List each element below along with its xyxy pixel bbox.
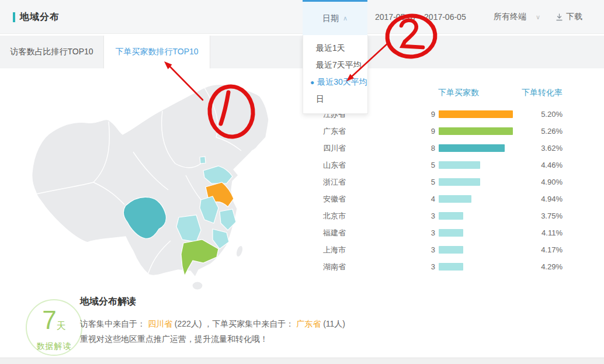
date-dropdown-label: 日期 bbox=[322, 13, 339, 24]
date-option-label: 最近1天 bbox=[310, 43, 345, 54]
date-option-label: 最近7天平均 bbox=[310, 60, 362, 71]
conversion-value: 4.17% bbox=[516, 245, 563, 254]
download-button[interactable]: 下载 bbox=[555, 0, 582, 34]
china-map bbox=[22, 82, 297, 292]
buyers-bar bbox=[439, 161, 480, 169]
conversion-value: 4.11% bbox=[516, 228, 563, 237]
rank-row: 山东省 5 4.46% bbox=[304, 157, 563, 174]
download-icon bbox=[555, 13, 564, 22]
conversion-value: 5.20% bbox=[516, 110, 563, 119]
buyers-bar bbox=[439, 263, 463, 271]
buyers-value: 5 bbox=[346, 161, 435, 169]
column-header-buyers: 下单买家数 bbox=[438, 88, 479, 98]
terminal-filter-dropdown[interactable]: 所有终端 ∨ bbox=[494, 0, 540, 34]
map-hainan bbox=[192, 282, 203, 290]
buyers-bar bbox=[439, 195, 471, 203]
badge-caption: 数据解读 bbox=[27, 341, 81, 352]
tab-order-buyers-top10[interactable]: 下单买家数排行TOP10 bbox=[104, 36, 210, 68]
province-label: 福建省 bbox=[304, 228, 346, 238]
date-option[interactable]: ● 最近1天 bbox=[303, 40, 367, 57]
conversion-value: 5.26% bbox=[516, 127, 563, 136]
rank-row: 安徽省 4 4.94% bbox=[304, 190, 563, 207]
conversion-value: 4.29% bbox=[516, 262, 563, 271]
rank-row: 北京市 3 3.75% bbox=[304, 207, 563, 224]
title-accent-bar bbox=[13, 12, 15, 22]
date-option[interactable]: ● 日 bbox=[303, 91, 367, 108]
terminal-filter-label: 所有终端 bbox=[494, 12, 526, 22]
insight-line-1: 访客集中来自于： 四川省 (222人) ，下单买家集中来自于： 广东省 (11人… bbox=[80, 316, 407, 331]
buyers-bar bbox=[439, 229, 463, 237]
page-title-wrap: 地域分布 bbox=[13, 11, 60, 23]
buyers-value: 8 bbox=[346, 144, 435, 152]
rank-row: 浙江省 5 4.90% bbox=[304, 174, 563, 190]
buyers-bar bbox=[439, 178, 480, 186]
tab-bar: 访客数占比排行TOP10 下单买家数排行TOP10 bbox=[0, 36, 604, 68]
province-label: 四川省 bbox=[304, 143, 346, 154]
map-country-shape bbox=[32, 85, 269, 278]
column-header-conversion: 下单转化率 bbox=[522, 88, 563, 98]
province-label: 北京市 bbox=[304, 211, 346, 221]
chevron-down-icon: ∨ bbox=[536, 13, 540, 21]
page-header: 地域分布 2017-05-07 - 2017-06-05 所有终端 ∨ 下载 bbox=[0, 0, 604, 34]
date-dropdown-panel: ● 最近1天 ● 最近7天平均 ● 最近30天平均 ● 日 bbox=[303, 35, 368, 114]
province-label: 上海市 bbox=[304, 245, 346, 255]
buyers-bar bbox=[439, 127, 513, 135]
page-title: 地域分布 bbox=[20, 11, 60, 23]
rank-rows: 江苏省 9 5.20% 广东省 9 5.26% 四川省 8 3.62% 山东省 … bbox=[304, 106, 563, 275]
buyers-value: 3 bbox=[346, 245, 435, 254]
buyers-bar bbox=[439, 246, 463, 254]
selected-dot-icon: ● bbox=[310, 78, 314, 86]
rank-row: 广东省 9 5.26% bbox=[304, 123, 563, 140]
ranking-panel: 下单买家数 下单转化率 江苏省 9 5.20% 广东省 9 5.26% 四川省 … bbox=[304, 88, 563, 275]
download-label: 下载 bbox=[566, 12, 582, 22]
date-range-display[interactable]: 2017-05-07 - 2017-06-05 bbox=[375, 0, 466, 34]
province-label: 湖南省 bbox=[304, 262, 346, 272]
buyers-value: 3 bbox=[346, 228, 435, 237]
date-dropdown-button[interactable]: 日期 ∧ bbox=[303, 0, 367, 35]
date-option[interactable]: ● 最近7天平均 bbox=[303, 57, 367, 74]
badge-days: 7 bbox=[42, 306, 56, 334]
rank-row: 福建省 3 4.11% bbox=[304, 224, 563, 241]
map-province-beijing bbox=[200, 157, 206, 164]
buyers-bar bbox=[439, 144, 505, 152]
conversion-value: 4.94% bbox=[516, 195, 563, 203]
insight-text-block: 地域分布解读 访客集中来自于： 四川省 (222人) ，下单买家集中来自于： 广… bbox=[80, 296, 407, 346]
buyers-value: 3 bbox=[346, 212, 435, 220]
insight-badge: 7天 数据解读 bbox=[26, 299, 82, 356]
buyers-value: 3 bbox=[346, 262, 435, 271]
footer-strip bbox=[0, 358, 604, 364]
buyer-province-link[interactable]: 广东省 bbox=[296, 319, 321, 328]
province-label: 山东省 bbox=[304, 160, 346, 171]
date-option-label: 日 bbox=[310, 94, 324, 105]
rank-row: 上海市 3 4.17% bbox=[304, 241, 563, 258]
conversion-value: 4.90% bbox=[516, 178, 563, 186]
conversion-value: 3.75% bbox=[516, 212, 563, 220]
rank-row: 四川省 8 3.62% bbox=[304, 140, 563, 157]
rank-row: 湖南省 3 4.29% bbox=[304, 258, 563, 275]
province-label: 浙江省 bbox=[304, 177, 346, 188]
buyers-value: 5 bbox=[346, 178, 435, 186]
conversion-value: 3.62% bbox=[516, 144, 563, 152]
buyers-bar bbox=[439, 212, 463, 220]
buyers-value: 9 bbox=[346, 127, 435, 136]
province-label: 广东省 bbox=[304, 126, 346, 137]
conversion-value: 4.46% bbox=[516, 161, 563, 169]
map-taiwan bbox=[235, 245, 244, 258]
visitor-province-link[interactable]: 四川省 bbox=[148, 319, 172, 328]
badge-day-unit: 天 bbox=[57, 321, 66, 331]
insight-line-2: 重视对这些地区重点推广运营，提升流量和转化哦！ bbox=[80, 331, 407, 346]
insight-heading: 地域分布解读 bbox=[80, 296, 407, 308]
chevron-up-icon: ∧ bbox=[343, 15, 348, 22]
province-label: 安徽省 bbox=[304, 194, 346, 204]
buyers-value: 4 bbox=[346, 195, 435, 203]
buyers-bar bbox=[439, 110, 513, 118]
date-option-label: 最近30天平均 bbox=[317, 77, 367, 88]
date-option[interactable]: ● 最近30天平均 bbox=[303, 74, 367, 91]
tab-visitor-ratio-top10[interactable]: 访客数占比排行TOP10 bbox=[0, 36, 104, 68]
